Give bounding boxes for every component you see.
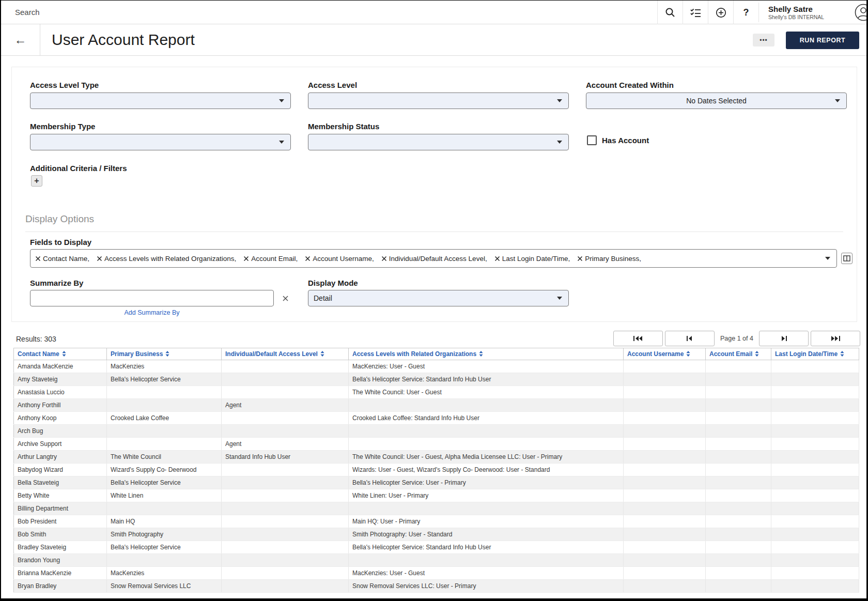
help-button[interactable]: ? (733, 1, 758, 24)
column-header[interactable]: Contact Name (14, 348, 107, 360)
cell-related-orgs (349, 554, 624, 567)
sort-icon (165, 351, 169, 357)
table-row[interactable]: Bella Staveteig Bella's Helicopter Servi… (14, 476, 859, 489)
fields-to-display-tags: Contact Name, Access Levels with Related… (36, 250, 821, 267)
cell-account-username (624, 412, 706, 425)
cell-related-orgs: Bella's Helicopter Service: Standard Inf… (349, 373, 624, 386)
account-created-within-select[interactable]: No Dates Selected (586, 93, 847, 109)
account-created-within-value: No Dates Selected (586, 93, 846, 109)
membership-status-select[interactable] (308, 134, 569, 150)
cell-account-username (624, 528, 706, 541)
cell-account-email (706, 373, 771, 386)
has-account-checkbox[interactable] (587, 135, 597, 145)
table-row[interactable]: Bob Smith Smith Photography Smith Photog… (14, 528, 859, 541)
access-level-label: Access Level (308, 81, 357, 89)
first-page-button[interactable] (613, 331, 663, 346)
user-avatar-button[interactable] (854, 3, 868, 22)
clear-summarize-button[interactable] (280, 293, 290, 303)
table-row[interactable]: Anastasia Luccio The White Council: User… (14, 386, 859, 399)
cell-access-level (222, 412, 349, 425)
table-row[interactable]: Bob President Main HQ Main HQ: User - Pr… (14, 515, 859, 528)
cell-last-login (771, 476, 859, 489)
fields-to-display-input[interactable]: Contact Name, Access Levels with Related… (30, 249, 837, 268)
remove-icon (97, 256, 102, 261)
table-row[interactable]: Amanda MacKenzie MacKenzies MacKenzies: … (14, 360, 859, 373)
add-criteria-button[interactable]: + (31, 175, 42, 187)
cell-primary-business: Snow Removal Services LLC (107, 580, 222, 593)
column-header[interactable]: Account Email (706, 348, 771, 360)
sort-icon (755, 351, 759, 357)
table-row[interactable]: Billing Department (14, 502, 859, 515)
column-header[interactable]: Individual/Default Access Level (222, 348, 349, 360)
quick-add-button[interactable] (708, 1, 733, 24)
column-header[interactable]: Access Levels with Related Organizations (349, 348, 624, 360)
cell-related-orgs: Wizards: User - Guest, Wizard's Supply C… (349, 464, 624, 476)
table-row[interactable]: Bryan Bradley Snow Removal Services LLC … (14, 580, 859, 593)
field-tag[interactable]: Primary Business, (578, 255, 641, 263)
cell-related-orgs: Snow Removal Services LLC: User - Primar… (349, 580, 624, 593)
search-input[interactable]: Search (15, 8, 325, 17)
summarize-by-input[interactable] (30, 290, 274, 306)
table-row[interactable]: Anthony Forthill Agent (14, 399, 859, 412)
display-mode-select[interactable]: Detail (308, 290, 569, 306)
cell-related-orgs: Bella's Helicopter Service: User - Prima… (349, 476, 624, 489)
cell-last-login (771, 580, 859, 593)
field-tag[interactable]: Individual/Default Access Level, (382, 255, 487, 263)
table-row[interactable]: Brianna MacKenzie MacKenzies MacKenzies:… (14, 567, 859, 580)
table-row[interactable]: Betty White White Linen White Linen: Use… (14, 489, 859, 502)
column-header[interactable]: Last Login Date/Time (771, 348, 859, 360)
back-button[interactable]: ← (1, 24, 40, 55)
display-options-heading: Display Options (25, 213, 94, 225)
next-page-button[interactable] (759, 331, 809, 346)
cell-account-email (706, 360, 771, 373)
field-tag[interactable]: Access Levels with Related Organizations… (97, 255, 236, 263)
cell-contact-name: Arthur Langtry (14, 451, 107, 464)
user-menu[interactable]: Shelly Satre Shelly's DB INTERNAL (758, 3, 854, 22)
table-row[interactable]: Arch Bug (14, 425, 859, 438)
cell-access-level (222, 515, 349, 528)
chevron-down-icon (279, 99, 284, 102)
column-header[interactable]: Primary Business (107, 348, 222, 360)
field-tag[interactable]: Account Username, (305, 255, 374, 263)
field-tag[interactable]: Last Login Date/Time, (495, 255, 570, 263)
last-page-button[interactable] (811, 331, 860, 346)
search-button[interactable] (657, 1, 683, 24)
cell-access-level (222, 360, 349, 373)
cell-primary-business: Smith Photography (107, 528, 222, 541)
more-options-button[interactable]: ••• (753, 34, 774, 47)
cell-account-email (706, 515, 771, 528)
column-layout-button[interactable] (841, 253, 853, 264)
table-row[interactable]: Arthur Langtry The White Council Standar… (14, 451, 859, 464)
cell-access-level (222, 541, 349, 554)
access-level-type-select[interactable] (30, 93, 291, 109)
table-row[interactable]: Archive Support Agent (14, 438, 859, 451)
column-header[interactable]: Account Username (624, 348, 706, 360)
table-row[interactable]: Anthony Koop Crooked Lake Coffee Crooked… (14, 412, 859, 425)
fields-to-display-label: Fields to Display (30, 238, 91, 246)
table-row[interactable]: Amy Staveteig Bella's Helicopter Service… (14, 373, 859, 386)
previous-page-button[interactable] (665, 331, 715, 346)
remove-icon (244, 256, 249, 261)
access-level-select[interactable] (308, 93, 569, 109)
table-row[interactable]: Babydog Wizard Wizard's Supply Co- Deerw… (14, 464, 859, 476)
cell-contact-name: Arch Bug (14, 425, 107, 438)
cell-account-email (706, 438, 771, 451)
cell-primary-business (107, 386, 222, 399)
cell-contact-name: Brandon Young (14, 554, 107, 567)
column-header-label: Primary Business (111, 350, 163, 358)
user-database: Shelly's DB INTERNAL (768, 14, 846, 20)
topbar-actions: ? Shelly Satre Shelly's DB INTERNAL (657, 1, 866, 24)
run-report-button[interactable]: RUN REPORT (786, 32, 859, 49)
field-tag[interactable]: Account Email, (244, 255, 298, 263)
cell-related-orgs (349, 399, 624, 412)
cell-access-level: Standard Info Hub User (222, 451, 349, 464)
membership-type-select[interactable] (30, 134, 291, 150)
cell-last-login (771, 515, 859, 528)
table-row[interactable]: Brandon Young (14, 554, 859, 567)
cell-primary-business (107, 425, 222, 438)
add-summarize-by-link[interactable]: Add Summarize By (30, 309, 274, 316)
table-row[interactable]: Bradley Staveteig Bella's Helicopter Ser… (14, 541, 859, 554)
cell-last-login (771, 360, 859, 373)
field-tag[interactable]: Contact Name, (36, 255, 89, 263)
tasks-button[interactable] (683, 1, 708, 24)
